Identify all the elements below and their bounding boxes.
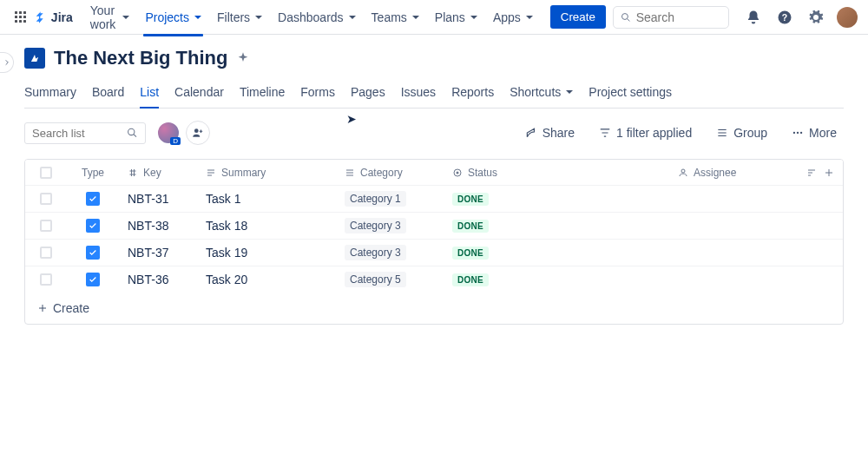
project-title: The Next Big Thing (54, 47, 227, 69)
svg-point-6 (194, 128, 199, 133)
notifications-icon[interactable] (743, 7, 764, 28)
category-tag[interactable]: Category 1 (345, 191, 406, 207)
tab-calendar[interactable]: Calendar (174, 80, 224, 108)
svg-point-11 (457, 171, 459, 174)
select-all-checkbox[interactable] (40, 167, 52, 179)
task-type-icon (86, 246, 100, 260)
tab-reports[interactable]: Reports (451, 80, 494, 108)
col-category[interactable]: Category (336, 161, 444, 184)
tab-pages[interactable]: Pages (351, 80, 385, 108)
tab-project-settings[interactable]: Project settings (589, 80, 672, 108)
topnav-icons: ? (743, 7, 858, 28)
jira-logo[interactable]: Jira (34, 10, 73, 24)
tab-timeline[interactable]: Timeline (240, 80, 285, 108)
ai-sparkle-icon[interactable] (236, 51, 250, 65)
tab-shortcuts[interactable]: Shortcuts (510, 80, 573, 108)
assignee-cell[interactable] (669, 194, 794, 204)
text-icon (206, 168, 216, 178)
assignee-cell[interactable] (669, 274, 794, 285)
chevron-down-icon (194, 16, 201, 19)
row-checkbox[interactable] (40, 193, 52, 205)
col-key[interactable]: Key (119, 161, 197, 184)
global-search[interactable] (613, 6, 729, 29)
global-search-input[interactable] (636, 10, 721, 24)
add-person-button[interactable] (186, 121, 210, 145)
issue-key[interactable]: NBT-37 (119, 240, 197, 265)
col-type[interactable]: Type (67, 161, 119, 184)
nav-plans[interactable]: Plans (428, 5, 484, 30)
svg-point-0 (621, 13, 628, 19)
task-type-icon (86, 219, 100, 233)
svg-point-4 (128, 128, 135, 135)
filter-button[interactable]: 1 filter applied (592, 122, 699, 143)
app-switcher-icon[interactable] (10, 7, 30, 28)
table-row[interactable]: NBT-36 Task 20 Category 5 DONE (25, 266, 843, 293)
tab-list[interactable]: List (140, 80, 159, 108)
svg-line-5 (134, 135, 136, 137)
more-button[interactable]: More (785, 122, 844, 143)
issues-table: Type Key Summary Category Status Assigne… (24, 159, 844, 325)
table-row[interactable]: NBT-31 Task 1 Category 1 DONE (25, 186, 843, 213)
group-icon (716, 127, 728, 139)
list-search[interactable] (24, 122, 146, 144)
row-checkbox[interactable] (40, 220, 52, 232)
share-button[interactable]: Share (518, 122, 582, 143)
create-row-button[interactable]: Create (25, 293, 843, 324)
nav-teams[interactable]: Teams (365, 5, 426, 30)
settings-icon[interactable] (806, 7, 826, 28)
chevron-down-icon (566, 90, 573, 94)
category-tag[interactable]: Category 3 (345, 218, 406, 234)
nav-projects[interactable]: Projects (138, 5, 208, 30)
status-badge[interactable]: DONE (452, 193, 489, 206)
svg-point-12 (681, 169, 685, 173)
status-badge[interactable]: DONE (452, 220, 489, 233)
table-row[interactable]: NBT-38 Task 18 Category 3 DONE (25, 213, 843, 240)
add-column-icon[interactable] (824, 168, 834, 178)
tab-summary[interactable]: Summary (24, 80, 76, 108)
issue-key[interactable]: NBT-31 (119, 187, 197, 211)
table-row[interactable]: NBT-37 Task 19 Category 3 DONE (25, 240, 843, 266)
project-icon (24, 48, 45, 69)
group-button[interactable]: Group (709, 122, 774, 143)
issue-summary[interactable]: Task 19 (197, 240, 336, 265)
issue-key[interactable]: NBT-36 (119, 267, 197, 292)
nav-apps[interactable]: Apps (486, 5, 540, 30)
issue-summary[interactable]: Task 18 (197, 214, 336, 238)
help-icon[interactable]: ? (774, 7, 795, 28)
nav-your-work[interactable]: Your work (83, 0, 137, 36)
create-button[interactable]: Create (550, 5, 606, 29)
svg-line-1 (627, 18, 629, 21)
tab-board[interactable]: Board (92, 80, 124, 108)
create-row-label: Create (53, 301, 89, 315)
chevron-down-icon (122, 16, 129, 19)
tab-forms[interactable]: Forms (300, 80, 335, 108)
status-badge[interactable]: DONE (452, 273, 489, 286)
hash-icon (128, 168, 138, 178)
task-type-icon (86, 192, 100, 206)
nav-filters[interactable]: Filters (210, 5, 269, 30)
row-checkbox[interactable] (40, 273, 52, 286)
avatar[interactable]: D (156, 121, 181, 145)
user-avatar[interactable] (837, 7, 858, 28)
chevron-down-icon (412, 16, 419, 19)
list-search-input[interactable] (32, 127, 127, 140)
col-assignee[interactable]: Assignee (669, 161, 794, 184)
issue-summary[interactable]: Task 1 (197, 187, 336, 211)
search-icon (621, 11, 631, 23)
status-badge[interactable]: DONE (452, 247, 489, 260)
assignee-cell[interactable] (669, 220, 794, 231)
svg-point-8 (797, 132, 799, 134)
assignee-cell[interactable] (669, 247, 794, 258)
nav-dashboards[interactable]: Dashboards (271, 5, 363, 30)
assignee-avatars: D (156, 121, 210, 145)
category-tag[interactable]: Category 5 (345, 272, 406, 287)
col-summary[interactable]: Summary (197, 161, 336, 184)
tab-issues[interactable]: Issues (401, 80, 436, 108)
issue-key[interactable]: NBT-38 (119, 214, 197, 238)
category-tag[interactable]: Category 3 (345, 245, 406, 260)
col-status[interactable]: Status (444, 161, 669, 184)
sort-icon[interactable] (806, 168, 817, 178)
list-toolbar: D Share 1 filter applied Group More (24, 121, 844, 145)
issue-summary[interactable]: Task 20 (197, 267, 336, 292)
row-checkbox[interactable] (40, 247, 52, 259)
